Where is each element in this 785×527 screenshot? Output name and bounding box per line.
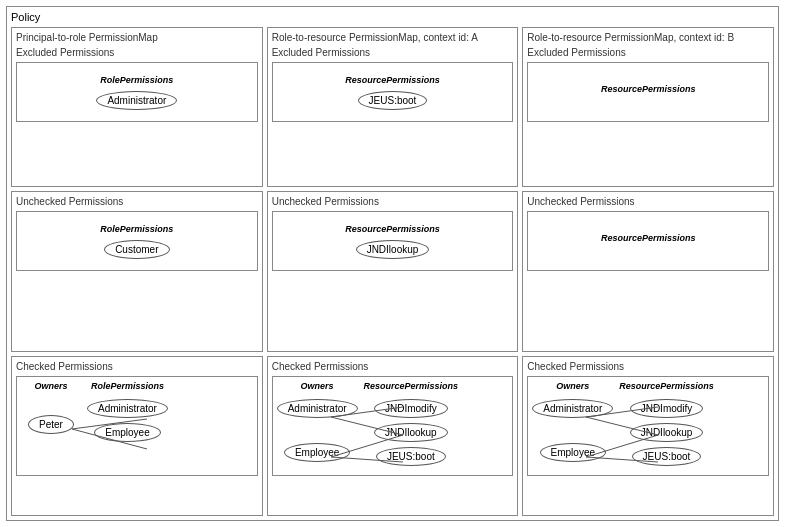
roles-col-r3c3: ResourcePermissions JNDImodify JNDIlooku… (619, 381, 714, 466)
policy-title: Policy (11, 11, 774, 23)
cell-r2c1: Unchecked Permissions RolePermissions Cu… (11, 191, 263, 351)
cell-r3c2-title: Checked Permissions (272, 361, 514, 372)
cell-r1c2-box-title: ResourcePermissions (345, 75, 440, 85)
cell-r2c1-box-title: RolePermissions (100, 224, 173, 234)
oval-employee-r3c1: Employee (94, 423, 160, 442)
oval-jeusboot-r3c2: JEUS:boot (376, 447, 446, 466)
oval-customer: Customer (104, 240, 169, 259)
cell-r1c3-title: Role-to-resource PermissionMap, context … (527, 32, 769, 43)
cell-r2c3-box: ResourcePermissions (527, 211, 769, 271)
cell-r1c2: Role-to-resource PermissionMap, context … (267, 27, 519, 187)
cell-r1c3-box: ResourcePermissions (527, 62, 769, 122)
oval-admin-owner-r3c3: Administrator (532, 399, 613, 418)
roles-title-r3c2: ResourcePermissions (364, 381, 459, 391)
cell-r3c2-checked: Owners Administrator Employee ResourcePe… (272, 376, 514, 476)
cell-r2c3-title: Unchecked Permissions (527, 196, 769, 207)
roles-title-r3c3: ResourcePermissions (619, 381, 714, 391)
oval-jeus-boot-1: JEUS:boot (358, 91, 428, 110)
cell-r1c2-box: ResourcePermissions JEUS:boot (272, 62, 514, 122)
cell-r3c3: Checked Permissions Owners Administrator… (522, 356, 774, 516)
cell-r3c3-layout: Owners Administrator Employee ResourcePe… (532, 381, 764, 466)
cell-r3c3-checked: Owners Administrator Employee ResourcePe… (527, 376, 769, 476)
oval-admin-owner-r3c2: Administrator (277, 399, 358, 418)
cell-r2c2-box: ResourcePermissions JNDIlookup (272, 211, 514, 271)
oval-employee-owner-r3c3: Employee (540, 443, 606, 462)
cell-r1c1: Principal-to-role PermissionMap Excluded… (11, 27, 263, 187)
cell-r1c1-section: Excluded Permissions (16, 47, 258, 58)
roles-col-r3c1: RolePermissions Administrator Employee (87, 381, 168, 442)
cell-r1c2-ovals: JEUS:boot (358, 91, 428, 110)
cell-r3c1: Checked Permissions Owners Peter RolePer… (11, 356, 263, 516)
cell-r2c2: Unchecked Permissions ResourcePermission… (267, 191, 519, 351)
cell-r3c1-title: Checked Permissions (16, 361, 258, 372)
owners-title-r3c3: Owners (556, 381, 589, 391)
oval-administrator: Administrator (96, 91, 177, 110)
owners-title-r3c2: Owners (301, 381, 334, 391)
roles-title-r3c1: RolePermissions (91, 381, 164, 391)
cell-r1c3: Role-to-resource PermissionMap, context … (522, 27, 774, 187)
oval-peter: Peter (28, 415, 74, 434)
main-grid: Principal-to-role PermissionMap Excluded… (11, 27, 774, 516)
cell-r2c1-box: RolePermissions Customer (16, 211, 258, 271)
cell-r1c1-box: RolePermissions Administrator (16, 62, 258, 122)
cell-r2c1-title: Unchecked Permissions (16, 196, 258, 207)
oval-admin-r3c1: Administrator (87, 399, 168, 418)
cell-r1c2-section: Excluded Permissions (272, 47, 514, 58)
cell-r2c2-ovals: JNDIlookup (356, 240, 430, 259)
owners-title-r3c1: Owners (34, 381, 67, 391)
oval-jndimodify-r3c2: JNDImodify (374, 399, 448, 418)
oval-jndilookup-r3c2: JNDIlookup (374, 423, 448, 442)
cell-r1c1-title: Principal-to-role PermissionMap (16, 32, 258, 43)
owners-col-r3c2: Owners Administrator Employee (277, 381, 358, 462)
oval-jndimodify-r3c3: JNDImodify (630, 399, 704, 418)
policy-container: Policy Principal-to-role PermissionMap E… (6, 6, 779, 521)
cell-r2c2-title: Unchecked Permissions (272, 196, 514, 207)
cell-r3c3-title: Checked Permissions (527, 361, 769, 372)
cell-r3c1-layout: Owners Peter RolePermissions Administrat… (21, 381, 253, 442)
cell-r1c3-box-title: ResourcePermissions (601, 84, 696, 94)
cell-r1c1-box-title: RolePermissions (100, 75, 173, 85)
oval-jndilookup-1: JNDIlookup (356, 240, 430, 259)
cell-r3c2: Checked Permissions Owners Administrator (267, 356, 519, 516)
cell-r1c3-section: Excluded Permissions (527, 47, 769, 58)
roles-col-r3c2: ResourcePermissions JNDImodify JNDIlooku… (364, 381, 459, 466)
oval-jeusboot-r3c3: JEUS:boot (632, 447, 702, 466)
owners-col-r3c1: Owners Peter (21, 381, 81, 434)
cell-r1c1-ovals: Administrator (96, 91, 177, 110)
owners-col-r3c3: Owners Administrator Employee (532, 381, 613, 462)
cell-r2c2-box-title: ResourcePermissions (345, 224, 440, 234)
cell-r2c3: Unchecked Permissions ResourcePermission… (522, 191, 774, 351)
cell-r3c2-layout: Owners Administrator Employee ResourcePe… (277, 381, 509, 466)
cell-r3c1-checked: Owners Peter RolePermissions Administrat… (16, 376, 258, 476)
oval-employee-owner-r3c2: Employee (284, 443, 350, 462)
cell-r2c1-ovals: Customer (104, 240, 169, 259)
cell-r2c3-box-title: ResourcePermissions (601, 233, 696, 243)
cell-r1c2-title: Role-to-resource PermissionMap, context … (272, 32, 514, 43)
oval-jndilookup-r3c3: JNDIlookup (630, 423, 704, 442)
